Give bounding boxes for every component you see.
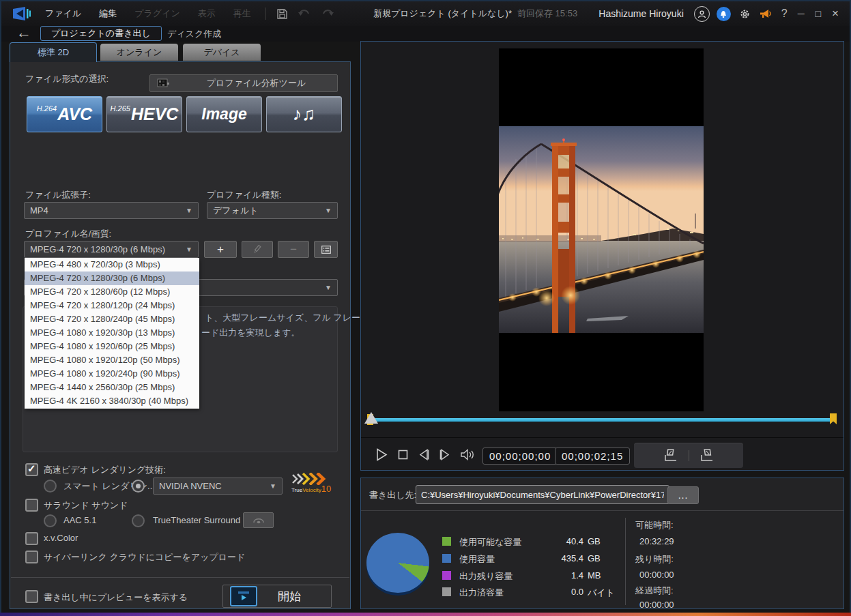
format-h265-hevc-button[interactable]: H.265 HEVC [106, 96, 182, 132]
help-icon[interactable]: ? [781, 8, 788, 20]
mark-out-button[interactable] [699, 448, 715, 463]
profile-quality-listbox: MPEG-4 480 x 720/30p (3 Mbps) MPEG-4 720… [25, 258, 199, 409]
account-avatar-icon[interactable] [694, 6, 710, 22]
legend-unit-output: バイト [588, 587, 615, 599]
edit-profile-button [242, 241, 273, 258]
hardware-encoder-dropdown[interactable]: NVIDIA NVENC ▼ [153, 478, 283, 495]
remaining-time-label: 残り時間: [635, 553, 674, 566]
seek-bar[interactable] [371, 418, 835, 422]
h265-main: HEVC [131, 104, 178, 124]
profile-type-dropdown[interactable]: デフォルト ▼ [207, 202, 338, 219]
save-icon[interactable] [276, 8, 288, 20]
aac-label: AAC 5.1 [63, 515, 96, 525]
menu-edit[interactable]: 編集 [90, 8, 126, 20]
next-frame-button[interactable] [439, 449, 450, 460]
list-item[interactable]: MPEG-4 1080 x 1920/30p (13 Mbps) [25, 326, 199, 340]
browse-button[interactable]: ... [667, 486, 699, 504]
export-project-tab[interactable]: プロジェクトの書き出し [40, 26, 162, 41]
export-divider [361, 510, 843, 511]
list-item[interactable]: MPEG-4 1080 x 1920/240p (90 Mbps) [25, 367, 199, 381]
mark-in-out-group [634, 443, 743, 468]
xvcolor-checkbox[interactable] [25, 532, 38, 545]
legend-label-free: 使用可能な容量 [459, 536, 521, 548]
disk-usage-pie-chart [366, 533, 429, 593]
format-audio-button[interactable]: ♪♫ [266, 96, 342, 132]
volume-button[interactable] [461, 449, 475, 460]
tab-online[interactable]: オンライン [100, 44, 178, 61]
chevron-down-icon: ▼ [270, 482, 276, 490]
list-item[interactable]: MPEG-4 1080 x 1920/60p (25 Mbps) [25, 340, 199, 353]
list-item-selected[interactable]: MPEG-4 720 x 1280/30p (6 Mbps) [25, 272, 199, 285]
create-disc-tab[interactable]: ディスク作成 [167, 28, 221, 40]
profile-name-dropdown[interactable]: MPEG-4 720 x 1280/30p (6 Mbps) ▼ [24, 241, 199, 258]
format-button-row: H.264 AVC H.265 HEVC Image ♪♫ [27, 96, 342, 132]
smart-render-radio[interactable] [44, 480, 57, 493]
current-time-display[interactable]: 00;00;00;00 [482, 448, 558, 465]
file-extension-dropdown[interactable]: MP4 ▼ [24, 202, 199, 219]
film-icon [157, 78, 171, 88]
previous-frame-button[interactable] [418, 449, 429, 460]
menu-plugin: プラグイン [126, 8, 189, 20]
legend-unit-free: GB [588, 536, 601, 546]
total-time-display: 00;00;02;15 [555, 448, 630, 465]
chevron-down-icon: ▼ [186, 246, 192, 253]
start-button[interactable]: 開始 [222, 585, 332, 608]
announcement-megaphone-icon[interactable] [759, 7, 773, 21]
profile-analyzer-label: プロファイル分析ツール [175, 77, 337, 89]
destination-path-input[interactable] [416, 485, 669, 504]
surround-sound-checkbox[interactable] [25, 499, 38, 512]
profile-type-label: プロファイル種類: [207, 189, 281, 201]
list-item[interactable]: MPEG-4 720 x 1280/60p (12 Mbps) [25, 285, 199, 299]
profile-analyzer-button[interactable]: プロファイル分析ツール [149, 74, 338, 92]
format-h264-avc-button[interactable]: H.264 AVC [27, 96, 102, 132]
mark-in-button[interactable] [663, 448, 679, 463]
list-icon [321, 246, 331, 254]
playhead[interactable] [364, 412, 378, 424]
window-minimize-button[interactable]: ─ [792, 8, 810, 19]
hardware-encoder-radio[interactable] [132, 480, 145, 493]
export-panel: 書き出し先: ... 使用可能な容量 40.4 GB 使用容量 435.4 GB… [360, 478, 844, 609]
user-name: Hashizume Hiroyuki [598, 8, 683, 19]
settings-gear-icon[interactable] [738, 7, 752, 21]
aac-radio [44, 514, 57, 527]
image-main: Image [201, 105, 246, 123]
truevelocity-true: True [291, 487, 302, 493]
trim-end-marker[interactable] [830, 413, 837, 424]
video-frame [499, 48, 704, 411]
preview-panel: 00;00;00;00 00;00;02;15 [360, 41, 844, 471]
list-item[interactable]: MPEG-4 1440 x 2560/30p (25 Mbps) [25, 381, 199, 394]
menu-play: 再生 [225, 8, 260, 20]
legend-label-used: 使用容量 [459, 553, 495, 566]
list-item[interactable]: MPEG-4 720 x 1280/240p (45 Mbps) [25, 312, 199, 326]
headphone-icon [253, 516, 265, 525]
toolbar-divider [265, 8, 266, 20]
stop-button[interactable] [398, 450, 408, 460]
tab-device[interactable]: デバイス [183, 44, 261, 61]
remaining-time-value: 00:00:00 [639, 570, 674, 580]
tab-standard-2d[interactable]: 標準 2D [10, 42, 97, 62]
list-item[interactable]: MPEG-4 4K 2160 x 3840/30p (40 Mbps) [25, 394, 199, 408]
window-maximize-button[interactable]: □ [810, 8, 826, 19]
mark-divider [689, 450, 689, 461]
playback-controls [376, 438, 475, 471]
project-title: 新規プロジェクト (タイトルなし)* 前回保存 15:53 [373, 1, 577, 26]
profile-details-button[interactable] [314, 241, 338, 258]
show-preview-checkbox[interactable] [25, 590, 38, 603]
format-image-button[interactable]: Image [186, 96, 262, 132]
legend-swatch-output [442, 587, 451, 596]
back-arrow-button[interactable]: ← [16, 24, 31, 42]
list-item[interactable]: MPEG-4 480 x 720/30p (3 Mbps) [25, 258, 199, 272]
notifications-bell-icon[interactable] [717, 7, 731, 21]
legend-value-output: 0.0 [534, 587, 583, 597]
fast-render-checkbox[interactable] [25, 463, 38, 476]
powerdirector-produce-window: ファイル 編集 プラグイン 表示 再生 新規プロジェクト (タイ [0, 0, 851, 616]
cloud-upload-checkbox[interactable] [25, 551, 38, 563]
list-item[interactable]: MPEG-4 1080 x 1920/120p (50 Mbps) [25, 353, 199, 367]
list-item[interactable]: MPEG-4 720 x 1280/120p (24 Mbps) [25, 299, 199, 312]
description-line-2: ード出力を実現します。 [201, 327, 300, 339]
menu-file[interactable]: ファイル [36, 8, 90, 20]
window-close-button[interactable]: × [826, 7, 844, 20]
add-profile-button[interactable]: + [204, 241, 237, 258]
play-button[interactable] [376, 448, 388, 461]
legend-value-remaining: 1.4 [534, 570, 583, 581]
